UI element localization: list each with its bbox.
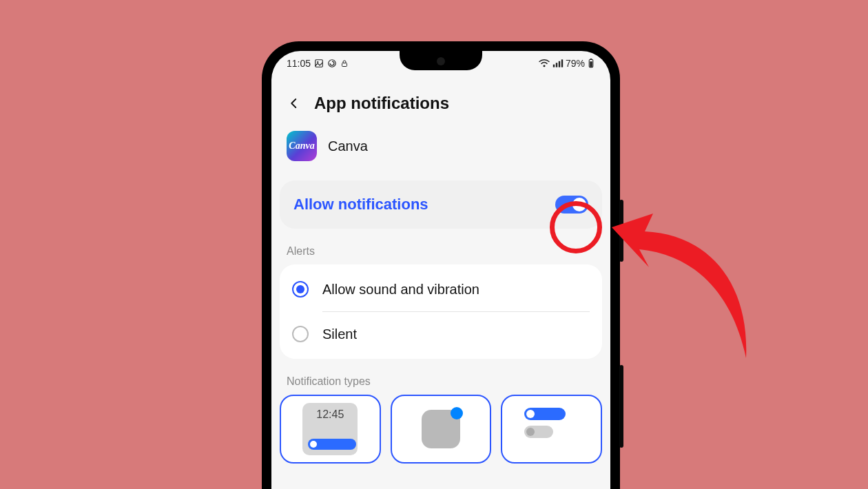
sync-icon [327, 59, 337, 68]
phone-side-button [619, 365, 623, 448]
alert-option-label: Silent [322, 326, 357, 342]
popup-preview-bar [524, 408, 566, 420]
type-badge[interactable] [391, 395, 492, 464]
svg-rect-10 [590, 59, 592, 59]
types-section-label: Notification types [271, 359, 610, 395]
app-name: Canva [328, 138, 368, 154]
phone-frame: 11:05 79% App notifications Canva Canva [262, 41, 620, 489]
lock-screen-preview: 12:45 [302, 403, 358, 455]
svg-rect-8 [561, 59, 563, 67]
battery-icon [587, 59, 595, 68]
alert-option-silent[interactable]: Silent [280, 312, 602, 356]
phone-notch [400, 51, 482, 70]
status-time: 11:05 [287, 58, 311, 69]
page-header: App notifications [271, 72, 610, 131]
lock-preview-time: 12:45 [308, 408, 352, 421]
image-icon [314, 59, 324, 68]
allow-notifications-toggle[interactable] [555, 196, 588, 214]
alert-option-sound[interactable]: Allow sound and vibration [280, 267, 602, 311]
phone-screen: 11:05 79% App notifications Canva Canva [271, 51, 610, 489]
wifi-icon [538, 59, 550, 68]
radio-icon [292, 281, 309, 298]
signal-icon [552, 59, 564, 68]
app-icon: Canva [287, 131, 317, 161]
svg-point-1 [317, 61, 318, 63]
radio-icon [292, 326, 309, 342]
svg-point-2 [329, 60, 336, 67]
svg-rect-7 [559, 61, 560, 67]
phone-side-button [619, 200, 623, 262]
type-popup[interactable] [501, 395, 602, 464]
svg-rect-5 [553, 65, 555, 67]
svg-rect-6 [556, 63, 557, 67]
alerts-card: Allow sound and vibration Silent [280, 264, 602, 359]
svg-point-4 [543, 65, 545, 67]
back-button[interactable] [285, 94, 303, 112]
alert-option-label: Allow sound and vibration [322, 282, 479, 298]
chevron-left-icon [288, 97, 300, 110]
type-lock-screen[interactable]: 12:45 [280, 395, 381, 464]
lock-preview-bar [308, 439, 356, 450]
lock-icon [340, 59, 349, 68]
popup-preview [524, 408, 579, 450]
badge-preview [422, 410, 460, 448]
popup-preview-bar [524, 426, 553, 438]
allow-notifications-label: Allow notifications [293, 196, 428, 214]
alerts-section-label: Alerts [271, 229, 610, 264]
notification-types-row: 12:45 [271, 395, 610, 464]
svg-rect-11 [590, 61, 592, 67]
page-title: App notifications [314, 94, 449, 113]
svg-rect-3 [342, 63, 347, 67]
app-row[interactable]: Canva Canva [271, 131, 610, 180]
status-battery: 79% [566, 58, 585, 69]
allow-notifications-row[interactable]: Allow notifications [280, 180, 602, 229]
